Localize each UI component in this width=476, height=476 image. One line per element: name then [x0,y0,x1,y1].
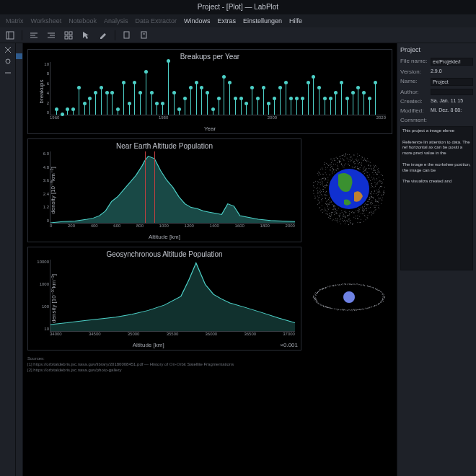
toolbar-align1-icon[interactable] [28,30,40,41]
menu-item-worksheet[interactable]: Worksheet [31,17,62,25]
svg-point-272 [376,167,377,167]
toolbar-layout-icon[interactable] [4,30,16,41]
svg-point-666 [315,297,316,298]
svg-point-25 [328,204,329,205]
svg-point-92 [374,191,375,192]
project-tree-collapsed[interactable] [16,43,23,476]
svg-point-909 [326,307,327,307]
svg-point-210 [328,217,329,218]
svg-point-187 [338,208,339,208]
svg-point-432 [325,177,325,178]
svg-point-361 [379,200,379,200]
svg-point-213 [334,208,335,208]
chart-near-earth[interactable]: Near Earth Altitude Population density [… [27,138,301,242]
worksheet-canvas[interactable]: Breakups per Year breakups 1086420 19601… [23,43,397,476]
svg-point-95 [317,188,317,189]
svg-point-501 [326,195,327,195]
svg-point-882 [356,283,357,284]
svg-point-202 [375,201,376,202]
filename-field[interactable]: ex/Projekte/l [431,58,473,66]
svg-point-465 [367,201,368,202]
toolbar-grid-icon[interactable] [63,30,74,41]
svg-point-290 [358,159,359,160]
svg-point-146 [327,206,328,207]
menu-item-extras[interactable]: Extras [217,17,236,25]
toolbar-new1-icon[interactable] [121,30,133,41]
svg-point-558 [332,173,332,174]
svg-point-216 [364,170,365,171]
svg-point-907 [364,285,365,286]
svg-point-459 [382,175,383,176]
svg-point-925 [343,291,355,303]
svg-point-233 [371,192,371,193]
author-field[interactable] [431,89,473,95]
svg-point-497 [314,187,314,188]
menu-item-matrix[interactable]: Matrix [6,17,24,25]
svg-point-344 [382,200,383,200]
modified-value: Mi. Dez. 8 08: [431,107,473,114]
svg-point-744 [335,309,335,309]
svg-point-441 [355,167,356,167]
svg-point-544 [318,198,319,198]
menu-item-data extractor[interactable]: Data Extractor [135,17,177,25]
svg-point-636 [361,286,361,286]
svg-point-263 [345,211,345,212]
svg-point-321 [378,201,379,202]
svg-point-198 [317,181,318,182]
chart-breakups[interactable]: Breakups per Year breakups 1086420 19601… [27,49,392,134]
svg-point-723 [367,308,368,309]
svg-point-517 [319,179,320,180]
svg-point-162 [319,182,319,183]
svg-point-251 [322,209,322,210]
menu-item-analysis[interactable]: Analysis [104,17,128,25]
svg-point-635 [342,283,343,284]
plot-area[interactable]: 1086420 [50,62,386,115]
svg-point-474 [322,174,323,175]
plot-area[interactable]: 6.04.83.62.41.20 [50,151,295,224]
chart-geosync[interactable]: Geosynchronous Altitude Population densi… [27,247,301,351]
menu-item-notebook[interactable]: Notebook [69,17,97,25]
x-axis-label: Year [31,125,389,132]
toolbar-new2-icon[interactable] [138,30,150,41]
svg-point-135 [358,211,359,211]
toolbar-select-icon[interactable] [80,30,92,41]
svg-point-275 [322,200,322,201]
svg-point-453 [371,194,371,195]
svg-point-152 [327,213,327,214]
sidebar-line-icon[interactable] [4,69,12,78]
svg-point-589 [313,190,314,191]
svg-point-525 [357,156,358,157]
svg-point-804 [331,308,332,309]
svg-point-746 [366,308,366,309]
svg-point-707 [314,294,315,294]
svg-point-415 [335,211,336,212]
toolbar-edit-icon[interactable] [97,30,109,41]
svg-point-64 [370,193,371,194]
svg-point-295 [317,173,318,174]
svg-point-156 [328,165,329,166]
svg-point-555 [344,160,345,161]
svg-point-350 [374,180,375,180]
menu-item-hilfe[interactable]: Hilfe [289,17,302,25]
svg-point-224 [332,171,332,172]
svg-point-369 [333,164,334,164]
menu-item-einstellungen[interactable]: Einstellungen [243,17,282,25]
svg-point-155 [345,156,346,157]
svg-point-379 [349,211,350,212]
menu-item-windows[interactable]: Windows [184,17,211,25]
svg-point-154 [376,184,377,185]
comment-textarea[interactable]: This project a image eleme Reference lin… [400,126,473,270]
sidebar-circle-icon[interactable] [4,58,12,66]
sidebar-close-icon[interactable] [4,46,12,55]
name-field[interactable]: Project [431,78,473,86]
plot-area[interactable]: 10000100010010 [50,260,295,332]
svg-point-560 [373,172,374,173]
svg-point-840 [374,306,374,307]
svg-point-39 [329,204,330,205]
svg-point-178 [347,220,348,221]
svg-point-378 [335,164,336,165]
svg-point-336 [353,161,354,162]
svg-point-353 [357,211,358,211]
svg-point-303 [327,214,328,215]
toolbar-align2-icon[interactable] [45,30,57,41]
